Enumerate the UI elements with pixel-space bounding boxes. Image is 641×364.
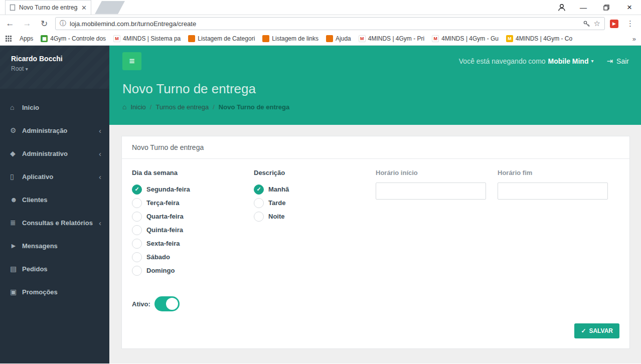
- sign-out-icon: ⇥: [607, 57, 613, 66]
- check-icon: ✓: [134, 186, 139, 193]
- breadcrumb: ⌂ Inicio / Turnos de entrega / Novo Turn…: [122, 103, 629, 111]
- radio-segunda-feira[interactable]: ✓ Segunda-feira: [132, 183, 254, 196]
- radio-terca-feira[interactable]: Terça-feira: [132, 196, 254, 210]
- home-icon: ⌂: [122, 103, 126, 111]
- sidebar-item-promocoes[interactable]: ▣ Promoções: [0, 280, 109, 303]
- new-tab-button[interactable]: [95, 1, 125, 14]
- home-icon: ⌂: [10, 103, 22, 111]
- description-group: Descrição ✓ Manhã Tarde Noi: [254, 169, 376, 277]
- bookmark-item[interactable]: Listagem de links: [262, 35, 318, 42]
- bookmark-item[interactable]: Ajuda: [326, 35, 351, 42]
- radio-icon[interactable]: [254, 198, 264, 208]
- user-name: Ricardo Bocchi: [11, 55, 100, 63]
- gmail-m-icon: M: [359, 35, 366, 42]
- chevron-left-icon: ‹: [99, 126, 101, 135]
- check-icon: ✓: [581, 327, 586, 334]
- start-time-label: Horário início: [376, 169, 498, 176]
- salvar-button[interactable]: ✓ SALVAR: [574, 323, 619, 338]
- sidebar-item-mensagens[interactable]: ► Mensagens: [0, 234, 109, 257]
- radio-sabado[interactable]: Sábado: [132, 250, 254, 264]
- horario-inicio-input[interactable]: [376, 183, 486, 200]
- ativo-toggle[interactable]: [154, 296, 180, 311]
- check-icon: ✓: [256, 186, 261, 193]
- restore-button[interactable]: [595, 0, 618, 15]
- minimize-button[interactable]: —: [572, 0, 595, 15]
- hamburger-icon: ≡: [129, 56, 134, 67]
- user-role-dropdown[interactable]: Root ▾: [11, 65, 100, 72]
- tab-title: Novo Turno de entrega: [19, 4, 78, 11]
- radio-manha[interactable]: ✓ Manhã: [254, 183, 376, 196]
- navigating-as-dropdown[interactable]: Você está navegando como Mobile Mind ▾: [459, 57, 594, 65]
- extension-icon[interactable]: ▶: [610, 20, 618, 28]
- radio-icon[interactable]: [132, 266, 142, 276]
- logout-button[interactable]: ⇥ Sair: [607, 57, 629, 66]
- site-icon: [326, 35, 333, 42]
- page-title: Novo Turno de entrega: [122, 81, 629, 97]
- radio-sexta-feira[interactable]: Sexta-feira: [132, 237, 254, 250]
- bookmark-item[interactable]: M 4MINDS | 4Gym - Gu: [432, 35, 499, 42]
- sidebar-item-clientes[interactable]: ☻ Clientes: [0, 188, 109, 211]
- reload-icon[interactable]: ↻: [38, 19, 50, 29]
- address-bar[interactable]: ⓘ loja.mobilemind.com.br/turnoEntrega/cr…: [55, 17, 605, 30]
- apps-label[interactable]: Apps: [20, 35, 33, 42]
- mobile-icon: ▯: [10, 172, 22, 180]
- bookmark-star-icon[interactable]: ☆: [594, 19, 600, 28]
- bookmark-item[interactable]: M 4MINDS | Sistema pa: [113, 35, 181, 42]
- sidebar-item-aplicativo[interactable]: ▯ Aplicativo ‹: [0, 165, 109, 188]
- site-icon: [188, 35, 195, 42]
- radio-quarta-feira[interactable]: Quarta-feira: [132, 210, 254, 223]
- sidebar: Ricardo Bocchi Root ▾ ⌂ Inicio ⚙ Adminis…: [0, 46, 109, 363]
- tag-icon: ◆: [10, 149, 22, 157]
- radio-quinta-feira[interactable]: Quinta-feira: [132, 223, 254, 237]
- bookmarks-overflow-chevron-icon[interactable]: »: [632, 35, 636, 43]
- chevron-left-icon: ‹: [99, 149, 101, 158]
- browser-tab[interactable]: Novo Turno de entrega ✕: [5, 0, 91, 15]
- radio-icon[interactable]: [132, 225, 142, 235]
- sidebar-item-pedidos[interactable]: ▤ Pedidos: [0, 257, 109, 280]
- key-icon[interactable]: [583, 20, 590, 28]
- radio-checked-icon[interactable]: ✓: [132, 185, 142, 195]
- browser-menu-icon[interactable]: ⋮: [623, 19, 637, 28]
- active-label: Ativo:: [132, 300, 150, 308]
- radio-domingo[interactable]: Domingo: [132, 264, 254, 277]
- sidebar-user-block: Ricardo Bocchi Root ▾: [0, 46, 109, 89]
- horario-fim-input[interactable]: [498, 183, 608, 200]
- bookmark-item[interactable]: M 4MINDS | 4Gym - Co: [506, 35, 572, 42]
- gears-icon: ⚙: [10, 126, 22, 134]
- breadcrumb-inicio[interactable]: Inicio: [130, 103, 145, 111]
- back-icon[interactable]: ←: [4, 19, 16, 29]
- apps-grid-icon[interactable]: [5, 35, 12, 42]
- radio-tarde[interactable]: Tarde: [254, 196, 376, 210]
- tab-close-icon[interactable]: ✕: [81, 4, 87, 12]
- close-button[interactable]: ×: [618, 0, 641, 15]
- info-icon[interactable]: ⓘ: [60, 19, 66, 28]
- url-text[interactable]: loja.mobilemind.com.br/turnoEntrega/crea…: [70, 20, 579, 28]
- breadcrumb-turnos-de-entrega[interactable]: Turnos de entrega: [155, 103, 209, 111]
- forward-icon[interactable]: →: [21, 19, 33, 29]
- breadcrumb-current: Novo Turno de entrega: [219, 103, 289, 111]
- sidebar-item-inicio[interactable]: ⌂ Inicio: [0, 96, 109, 119]
- bookmark-item[interactable]: M 4MINDS | 4Gym - Pri: [359, 35, 424, 42]
- topbar: ≡ Você está navegando como Mobile Mind ▾…: [109, 46, 641, 76]
- radio-icon[interactable]: [254, 212, 264, 222]
- bookmark-item[interactable]: ▦ 4Gym - Controle dos: [41, 35, 106, 42]
- sidebar-item-administracao[interactable]: ⚙ Administração ‹: [0, 119, 109, 142]
- caret-down-icon: ▾: [26, 66, 28, 72]
- table-icon: ▦: [41, 35, 48, 42]
- radio-icon[interactable]: [132, 212, 142, 222]
- radio-icon[interactable]: [132, 198, 142, 208]
- sidebar-item-administrativo[interactable]: ◆ Administrativo ‹: [0, 142, 109, 165]
- radio-checked-icon[interactable]: ✓: [254, 185, 264, 195]
- document-icon: ▤: [10, 265, 22, 273]
- radio-icon[interactable]: [132, 252, 142, 262]
- site-icon: [262, 35, 269, 42]
- bookmark-item[interactable]: Listagem de Categori: [188, 35, 255, 42]
- radio-icon[interactable]: [132, 239, 142, 249]
- browser-tab-strip: Novo Turno de entrega ✕ — ×: [0, 0, 641, 15]
- browser-profile-icon[interactable]: [552, 0, 572, 15]
- day-of-week-group: Dia da semana ✓ Segunda-feira Terça-feir…: [132, 169, 254, 277]
- sidebar-item-consultas-relatorios[interactable]: ≣ Consultas e Relatórios ‹: [0, 211, 109, 234]
- radio-noite[interactable]: Noite: [254, 210, 376, 223]
- gmail-m-icon: M: [113, 35, 120, 42]
- menu-toggle-button[interactable]: ≡: [122, 52, 141, 70]
